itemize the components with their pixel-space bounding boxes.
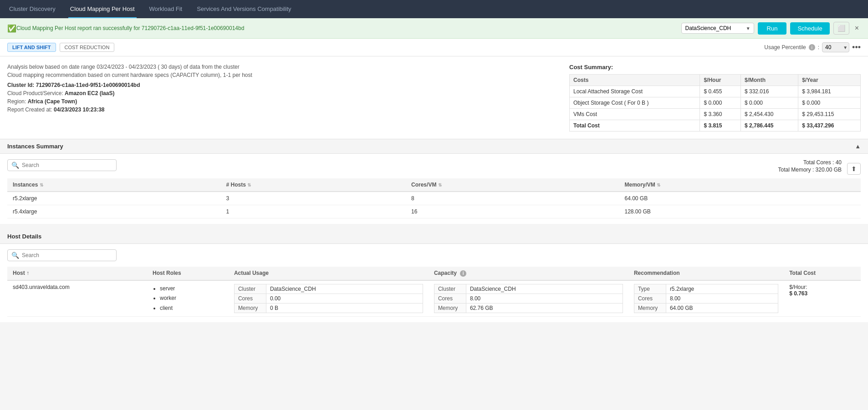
host-name: sd403.unraveldata.com <box>7 280 147 317</box>
cost-name: Object Storage Cost ( For 0 B ) <box>570 97 700 109</box>
nav-services-compatibility[interactable]: Services And Versions Compatibility <box>195 0 293 18</box>
cost-month: $ 2,454.430 <box>741 109 798 120</box>
cost-year: $ 29,453.115 <box>798 109 861 120</box>
product-row: Cloud Product/Service: Amazon EC2 (IaaS) <box>7 90 562 96</box>
host-col-actual: Actual Usage <box>229 267 429 280</box>
instance-name: r5.4xlarge <box>7 205 221 218</box>
alert-banner: ✅ Cloud Mapping Per Host report ran succ… <box>0 18 868 39</box>
host-details-header: Host Details <box>0 229 868 244</box>
cost-month: $ 2,786.445 <box>741 120 798 132</box>
cost-name: VMs Cost <box>570 109 700 120</box>
nav-workload-fit[interactable]: Workload Fit <box>148 0 184 18</box>
host-table-row: sd403.unraveldata.com serverworkerclient… <box>7 280 861 317</box>
alert-close-button[interactable]: × <box>853 24 861 32</box>
report-value: 04/23/2023 10:23:38 <box>54 106 104 113</box>
success-icon: ✅ <box>7 24 16 33</box>
cluster-id-row: Cluster Id: 71290726-c1aa-11ed-9f51-1e00… <box>7 82 562 88</box>
instance-memory: 128.00 GB <box>619 205 861 218</box>
cost-table-row: Local Attached Storage Cost $ 0.455 $ 33… <box>570 86 861 97</box>
main-analysis-section: Analysis below based on date range 03/24… <box>0 56 868 139</box>
schedule-button[interactable]: Schedule <box>790 22 829 35</box>
cluster-select[interactable]: DataScience_CDH <box>681 23 754 34</box>
host-details-section: Host Details 🔍 Host ↑ Host Roles Actual … <box>0 229 868 322</box>
actual-key: Memory <box>234 303 266 313</box>
capacity-info-icon[interactable]: i <box>460 270 466 277</box>
col-instances[interactable]: Instances ⇅ <box>7 178 221 192</box>
host-search-icon: 🔍 <box>11 252 19 259</box>
cost-year: $ 33,437.296 <box>798 120 861 132</box>
nav-cloud-mapping[interactable]: Cloud Mapping Per Host <box>68 0 137 18</box>
actual-value: 0.00 <box>266 294 423 303</box>
toolbar: LIFT AND SHIFT COST REDUCTION Usage Perc… <box>0 39 868 56</box>
cost-month: $ 332.016 <box>741 86 798 97</box>
instances-search-input[interactable] <box>22 162 112 168</box>
host-col-host[interactable]: Host ↑ <box>7 267 147 280</box>
host-col-roles: Host Roles <box>147 267 229 280</box>
analysis-line2: Cloud mapping recommendation based on cu… <box>7 72 562 78</box>
region-row: Region: Africa (Cape Town) <box>7 98 562 105</box>
instances-summary-header: Instances Summary ▲ <box>0 139 868 154</box>
col-hosts[interactable]: # Hosts ⇅ <box>221 178 406 192</box>
cluster-id-value: 71290726-c1aa-11ed-9f51-1e00690014bd <box>36 82 140 88</box>
top-navigation: Cluster Discovery Cloud Mapping Per Host… <box>0 0 868 18</box>
nav-cluster-discovery[interactable]: Cluster Discovery <box>7 0 57 18</box>
rec-value: r5.2xlarge <box>666 284 778 294</box>
instances-search-bar[interactable]: 🔍 <box>7 159 117 171</box>
colon-separator: : <box>818 44 819 51</box>
host-search-input[interactable] <box>22 252 112 258</box>
cost-table-row: Object Storage Cost ( For 0 B ) $ 0.000 … <box>570 97 861 109</box>
host-search-bar[interactable]: 🔍 <box>7 249 117 261</box>
rec-key: Memory <box>634 303 666 313</box>
host-actual-usage: ClusterDataScience_CDHCores0.00Memory0 B <box>229 280 429 317</box>
cost-col-year: $/Year <box>798 75 861 86</box>
analysis-line1: Analysis below based on date range 03/24… <box>7 64 562 70</box>
rec-key: Type <box>634 284 666 294</box>
cost-table-row: VMs Cost $ 3.360 $ 2,454.430 $ 29,453.11… <box>570 109 861 120</box>
percentile-select[interactable]: 40 <box>822 42 849 52</box>
instances-export-button[interactable]: ⬆ <box>847 163 861 175</box>
cost-hour: $ 3.815 <box>700 120 741 132</box>
analysis-info: Analysis below based on date range 03/24… <box>7 64 562 132</box>
lift-and-shift-tag[interactable]: LIFT AND SHIFT <box>7 43 56 52</box>
header-controls: DataScience_CDH ▼ Run Schedule ⬜ <box>681 22 849 35</box>
instance-hosts: 3 <box>221 192 406 205</box>
actual-value: DataScience_CDH <box>266 284 423 294</box>
cost-month: $ 0.000 <box>741 97 798 109</box>
region-value: Africa (Cape Town) <box>28 98 77 105</box>
instances-table: Instances ⇅ # Hosts ⇅ Cores/VM ⇅ Memory/… <box>7 178 861 218</box>
instance-hosts: 1 <box>221 205 406 218</box>
actual-key: Cluster <box>234 284 266 294</box>
run-button[interactable]: Run <box>758 22 787 35</box>
col-cores-vm[interactable]: Cores/VM ⇅ <box>406 178 619 192</box>
usage-percentile-info-icon[interactable]: i <box>809 44 815 51</box>
more-options-button[interactable]: ••• <box>852 43 861 52</box>
hosts-sort-icon: ⇅ <box>247 182 251 187</box>
usage-percentile-label: Usage Percentile <box>764 44 806 51</box>
capacity-key: Memory <box>434 303 466 313</box>
rec-value: 8.00 <box>666 294 778 303</box>
instances-collapse-icon[interactable]: ▲ <box>855 143 861 150</box>
instances-summary-content: 🔍 Total Cores : 40 Total Memory : 320.00… <box>0 154 868 224</box>
capacity-value: 62.76 GB <box>466 303 623 313</box>
cores-sort-icon: ⇅ <box>438 182 442 187</box>
export-icon-button[interactable]: ⬜ <box>833 22 849 35</box>
region-label: Region: <box>7 98 28 105</box>
alert-message: Cloud Mapping Per Host report ran succes… <box>16 25 681 31</box>
capacity-key: Cores <box>434 294 466 303</box>
cost-year: $ 0.000 <box>798 97 861 109</box>
cost-col-name: Costs <box>570 75 700 86</box>
memory-sort-icon: ⇅ <box>657 182 660 187</box>
cluster-id-label: Cluster Id: <box>7 82 36 88</box>
col-memory-vm[interactable]: Memory/VM ⇅ <box>619 178 861 192</box>
cost-reduction-tag[interactable]: COST REDUCTION <box>60 43 115 52</box>
cost-col-hour: $/Hour <box>700 75 741 86</box>
instance-cores: 16 <box>406 205 619 218</box>
host-role: server <box>160 284 223 294</box>
host-role: worker <box>160 294 223 304</box>
cost-year: $ 3,984.181 <box>798 86 861 97</box>
instances-table-row: r5.4xlarge 1 16 128.00 GB <box>7 205 861 218</box>
report-row: Report Created at: 04/23/2023 10:23:38 <box>7 106 562 113</box>
cost-summary-title: Cost Summary: <box>569 64 861 71</box>
total-memory-stat: Total Memory : 320.00 GB <box>778 167 842 173</box>
cost-hour: $ 0.455 <box>700 86 741 97</box>
